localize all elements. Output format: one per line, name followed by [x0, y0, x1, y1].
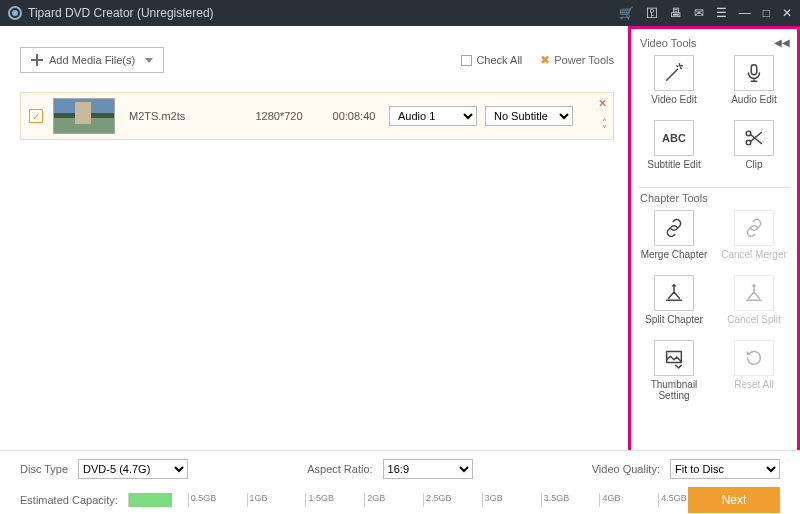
disc-type-select[interactable]: DVD-5 (4.7G): [78, 459, 188, 479]
add-media-label: Add Media File(s): [49, 54, 135, 66]
main-panel: Add Media File(s) Check All ✖ Power Tool…: [0, 26, 628, 450]
toolbar: Add Media File(s) Check All ✖ Power Tool…: [20, 46, 614, 74]
tool-label: Clip: [718, 159, 790, 181]
cart-icon[interactable]: 🛒: [619, 6, 634, 20]
tool-label: Reset All: [718, 379, 790, 401]
collapse-sidebar-icon[interactable]: ◀◀: [774, 37, 790, 49]
tool-label: Cancel Merger: [718, 249, 790, 271]
window-controls: 🛒 ⚿ 🖶 ✉ ☰ — □ ✕: [619, 6, 792, 20]
video-thumbnail[interactable]: [53, 98, 115, 134]
tool-label: Thumbnail Setting: [638, 379, 710, 401]
capacity-tick: 2GB: [364, 493, 365, 507]
remove-row-icon[interactable]: ✕: [598, 97, 607, 110]
power-tools-label: Power Tools: [554, 54, 614, 66]
row-checkbox[interactable]: ✓: [29, 109, 43, 123]
scissors-icon: [734, 120, 774, 156]
clip-button[interactable]: Clip: [718, 120, 790, 181]
capacity-bar: 0.5GB1GB1.5GB2GB2.5GB3GB3.5GB4GB4.5GB: [128, 493, 670, 507]
mic-icon: [734, 55, 774, 91]
close-icon[interactable]: ✕: [782, 6, 792, 20]
video-quality-select[interactable]: Fit to Disc: [670, 459, 780, 479]
video-edit-button[interactable]: Video Edit: [638, 55, 710, 116]
cancel-merger-button: Cancel Merger: [718, 210, 790, 271]
check-all-label: Check All: [476, 54, 522, 66]
minimize-icon[interactable]: —: [739, 6, 751, 20]
next-button[interactable]: Next: [688, 487, 780, 513]
reset-all-button: Reset All: [718, 340, 790, 401]
abc-icon: ABC: [654, 120, 694, 156]
split-icon: [654, 275, 694, 311]
capacity-tick: 3.5GB: [541, 493, 542, 507]
capacity-tick: 1.5GB: [305, 493, 306, 507]
tool-label: Merge Chapter: [638, 249, 710, 271]
app-title: Tipard DVD Creator (Unregistered): [28, 6, 619, 20]
maximize-icon[interactable]: □: [763, 6, 770, 20]
video-tools-header: Video Tools ◀◀: [640, 37, 790, 49]
aspect-ratio-label: Aspect Ratio:: [307, 463, 372, 475]
key-icon[interactable]: ⚿: [646, 6, 658, 20]
thumbnail-setting-button[interactable]: Thumbnail Setting: [638, 340, 710, 401]
file-resolution: 1280*720: [239, 110, 319, 122]
subtitle-select[interactable]: No Subtitle: [485, 106, 573, 126]
wrench-icon: ✖: [540, 53, 550, 67]
tool-label: Split Chapter: [638, 314, 710, 336]
file-duration: 00:08:40: [319, 110, 389, 122]
capacity-tick: 4.5GB: [658, 493, 659, 507]
file-name: M2TS.m2ts: [129, 110, 239, 122]
capacity-tick: 1GB: [247, 493, 248, 507]
app-logo-icon: [8, 6, 22, 20]
check-all-toggle[interactable]: Check All: [461, 54, 522, 66]
wand-icon: [654, 55, 694, 91]
link-icon: [654, 210, 694, 246]
capacity-tick: 2.5GB: [423, 493, 424, 507]
mail-icon[interactable]: ✉: [694, 6, 704, 20]
title-bar: Tipard DVD Creator (Unregistered) 🛒 ⚿ 🖶 …: [0, 0, 800, 26]
tools-sidebar: Video Tools ◀◀ Video EditAudio EditABCSu…: [628, 26, 800, 450]
thumb-icon: [654, 340, 694, 376]
cancel-split-button: Cancel Split: [718, 275, 790, 336]
link-icon: [734, 210, 774, 246]
merge-chapter-button[interactable]: Merge Chapter: [638, 210, 710, 271]
print-icon[interactable]: 🖶: [670, 6, 682, 20]
menu-icon[interactable]: ☰: [716, 6, 727, 20]
capacity-tick: 0.5GB: [188, 493, 189, 507]
add-media-button[interactable]: Add Media File(s): [20, 47, 164, 73]
plus-icon: [31, 54, 43, 66]
aspect-ratio-select[interactable]: 16:9: [383, 459, 473, 479]
checkbox-icon: [461, 55, 472, 66]
svg-text:ABC: ABC: [662, 132, 686, 144]
reorder-handle-icon[interactable]: ˄˅: [602, 119, 607, 133]
audio-track-select[interactable]: Audio 1: [389, 106, 477, 126]
media-file-row[interactable]: ✓ M2TS.m2ts 1280*720 00:08:40 Audio 1 No…: [20, 92, 614, 140]
power-tools-button[interactable]: ✖ Power Tools: [540, 53, 614, 67]
sidebar-divider: [638, 187, 790, 188]
tool-label: Audio Edit: [718, 94, 790, 116]
svg-rect-0: [751, 65, 757, 75]
tool-label: Cancel Split: [718, 314, 790, 336]
disc-type-label: Disc Type: [20, 463, 68, 475]
capacity-label: Estimated Capacity:: [20, 494, 128, 506]
tool-label: Video Edit: [638, 94, 710, 116]
split-chapter-button[interactable]: Split Chapter: [638, 275, 710, 336]
video-quality-label: Video Quality:: [592, 463, 660, 475]
split-icon: [734, 275, 774, 311]
subtitle-edit-button[interactable]: ABCSubtitle Edit: [638, 120, 710, 181]
dropdown-caret-icon: [145, 58, 153, 63]
reset-icon: [734, 340, 774, 376]
capacity-tick: 3GB: [482, 493, 483, 507]
bottom-bar: Disc Type DVD-5 (4.7G) Aspect Ratio: 16:…: [0, 450, 800, 514]
audio-edit-button[interactable]: Audio Edit: [718, 55, 790, 116]
tool-label: Subtitle Edit: [638, 159, 710, 181]
chapter-tools-header: Chapter Tools: [640, 192, 790, 204]
capacity-tick: 4GB: [599, 493, 600, 507]
